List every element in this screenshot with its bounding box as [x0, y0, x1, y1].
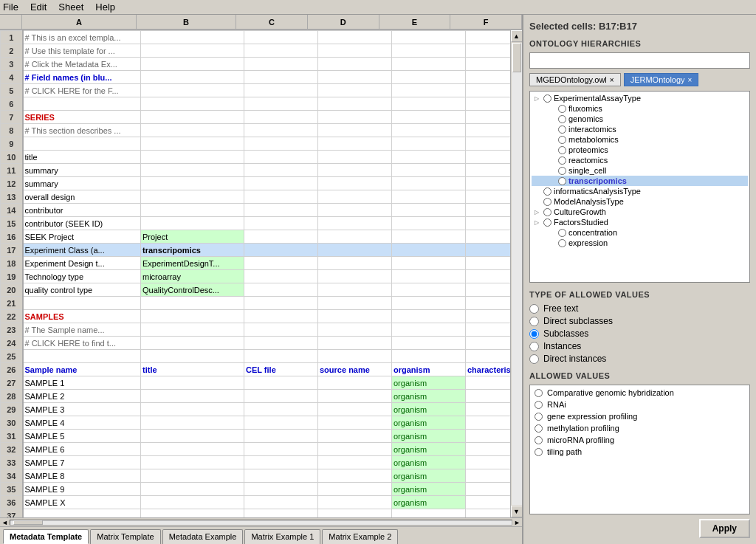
table-cell[interactable] — [318, 137, 392, 151]
table-cell[interactable] — [318, 443, 392, 456]
table-cell[interactable] — [141, 151, 244, 164]
table-cell[interactable]: organism — [392, 403, 466, 416]
ontology-tab-close[interactable]: × — [688, 76, 693, 84]
table-cell[interactable] — [318, 323, 392, 337]
apply-button[interactable]: Apply — [699, 519, 750, 538]
type-option[interactable]: Free text — [529, 303, 750, 314]
spreadsheet-tab[interactable]: Matrix Example 1 — [244, 529, 320, 544]
table-cell[interactable]: source name — [318, 363, 392, 376]
table-cell[interactable]: SAMPLE 3 — [23, 403, 141, 416]
table-cell[interactable] — [244, 430, 318, 443]
table-cell[interactable]: summary — [23, 177, 141, 190]
spreadsheet-tab[interactable]: Matrix Example 2 — [322, 529, 398, 544]
hscroll-left[interactable]: ◄ — [1, 519, 8, 526]
table-cell[interactable] — [23, 137, 141, 151]
table-cell[interactable] — [244, 376, 318, 390]
table-cell[interactable] — [318, 509, 392, 518]
table-cell[interactable]: # Use this template for ... — [23, 44, 141, 58]
tree-radio[interactable] — [543, 94, 551, 103]
table-cell[interactable] — [466, 151, 511, 164]
table-cell[interactable] — [244, 230, 318, 244]
table-cell[interactable]: SAMPLE 5 — [23, 430, 141, 443]
table-cell[interactable]: characteristics:... — [466, 363, 511, 376]
tree-radio[interactable] — [543, 208, 551, 216]
table-cell[interactable] — [466, 71, 511, 84]
tree-radio[interactable] — [558, 105, 566, 113]
table-cell[interactable] — [141, 164, 244, 177]
table-cell[interactable] — [318, 456, 392, 469]
tree-item[interactable]: genomics — [532, 114, 748, 124]
table-cell[interactable]: SAMPLE 2 — [23, 390, 141, 403]
table-cell[interactable] — [318, 310, 392, 323]
table-cell[interactable] — [318, 164, 392, 177]
table-cell[interactable]: organism — [392, 390, 466, 403]
table-cell[interactable] — [318, 430, 392, 443]
table-cell[interactable] — [141, 350, 244, 363]
table-cell[interactable] — [318, 177, 392, 190]
table-cell[interactable] — [392, 323, 466, 337]
table-cell[interactable] — [466, 443, 511, 456]
table-cell[interactable] — [392, 230, 466, 244]
table-cell[interactable] — [244, 31, 318, 44]
table-cell[interactable] — [23, 350, 141, 363]
table-cell[interactable]: SAMPLE 9 — [23, 483, 141, 496]
tree-item[interactable]: informaticsAnalysisType — [532, 186, 748, 196]
table-cell[interactable] — [244, 496, 318, 509]
table-cell[interactable] — [244, 390, 318, 403]
table-cell[interactable] — [392, 164, 466, 177]
tree-radio[interactable] — [558, 146, 566, 154]
table-cell[interactable] — [392, 257, 466, 270]
table-cell[interactable]: organism — [392, 456, 466, 469]
type-radio-input[interactable] — [529, 342, 539, 351]
table-cell[interactable] — [141, 31, 244, 44]
table-cell[interactable] — [141, 390, 244, 403]
table-cell[interactable] — [141, 58, 244, 71]
table-cell[interactable] — [23, 509, 141, 518]
table-cell[interactable] — [466, 44, 511, 58]
table-cell[interactable] — [318, 337, 392, 350]
table-cell[interactable] — [466, 376, 511, 390]
table-cell[interactable] — [141, 217, 244, 230]
table-cell[interactable] — [466, 177, 511, 190]
table-cell[interactable] — [244, 337, 318, 350]
tree-radio[interactable] — [558, 167, 566, 175]
table-cell[interactable] — [466, 297, 511, 310]
table-cell[interactable] — [318, 496, 392, 509]
table-cell[interactable] — [244, 164, 318, 177]
scroll-down-btn[interactable]: ▼ — [511, 506, 523, 517]
table-cell[interactable] — [392, 270, 466, 283]
av-radio[interactable] — [535, 424, 543, 433]
av-radio[interactable] — [535, 389, 543, 397]
tree-radio[interactable] — [558, 115, 566, 123]
table-cell[interactable] — [392, 204, 466, 217]
table-cell[interactable] — [244, 257, 318, 270]
table-cell[interactable] — [392, 124, 466, 137]
table-cell[interactable] — [141, 137, 244, 151]
table-cell[interactable] — [466, 456, 511, 469]
table-cell[interactable] — [244, 403, 318, 416]
table-cell[interactable] — [244, 97, 318, 111]
table-cell[interactable] — [141, 430, 244, 443]
table-cell[interactable]: Experiment Class (a... — [23, 244, 141, 257]
table-cell[interactable] — [141, 190, 244, 204]
table-cell[interactable] — [466, 323, 511, 337]
table-cell[interactable] — [392, 58, 466, 71]
menu-edit[interactable]: Edit — [30, 1, 47, 13]
table-cell[interactable] — [244, 217, 318, 230]
table-cell[interactable] — [466, 137, 511, 151]
table-cell[interactable]: SAMPLE 7 — [23, 456, 141, 469]
table-cell[interactable]: contributor (SEEK ID) — [23, 217, 141, 230]
table-cell[interactable] — [392, 97, 466, 111]
table-cell[interactable] — [466, 350, 511, 363]
table-cell[interactable]: organism — [392, 483, 466, 496]
type-radio-input[interactable] — [529, 354, 539, 364]
table-cell[interactable] — [141, 416, 244, 430]
type-radio-input[interactable] — [529, 317, 539, 326]
table-cell[interactable] — [392, 151, 466, 164]
table-cell[interactable] — [466, 283, 511, 297]
table-cell[interactable] — [392, 244, 466, 257]
table-cell[interactable] — [141, 443, 244, 456]
hscroll-area[interactable]: ◄ ► — [0, 517, 522, 526]
table-cell[interactable] — [244, 244, 318, 257]
table-cell[interactable] — [318, 97, 392, 111]
